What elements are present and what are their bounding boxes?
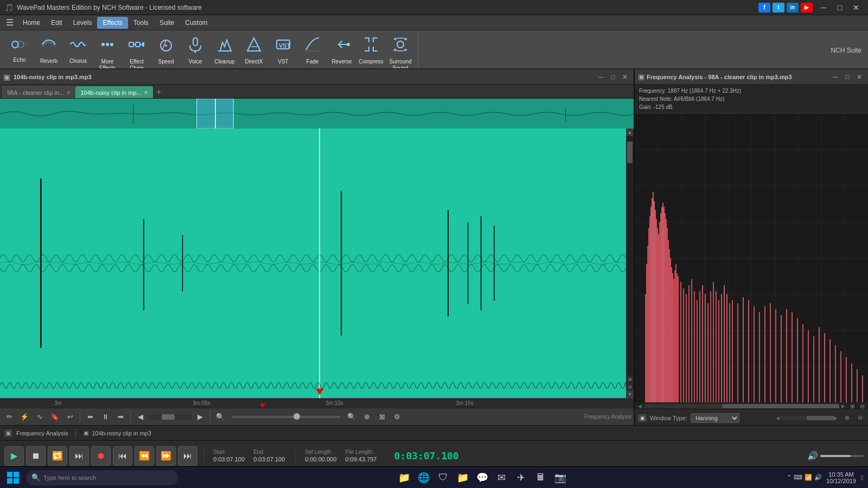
panel-minimize-button[interactable]: ─ xyxy=(596,72,607,82)
scroll-track[interactable] xyxy=(626,136,634,375)
freq-bottom-track[interactable] xyxy=(780,416,834,420)
directx-button[interactable]: DirectX xyxy=(240,34,268,67)
menu-levels[interactable]: Levels xyxy=(68,17,98,29)
chorus-button[interactable]: Chorus xyxy=(64,34,92,67)
taskbar-folder[interactable]: 📁 xyxy=(454,469,471,486)
freq-bottom-zoom-out[interactable]: ⊖ xyxy=(855,414,865,422)
speed-button[interactable]: Speed xyxy=(152,34,180,67)
taskbar-security[interactable]: 🛡 xyxy=(435,469,452,486)
tab-cleaner-clip-close[interactable]: ✕ xyxy=(66,89,71,95)
window-controls[interactable]: ─ □ ✕ xyxy=(816,0,864,15)
scroll-handle[interactable] xyxy=(627,142,633,163)
more-effects-button[interactable]: MoreEffects xyxy=(93,34,122,67)
scroll-left-tool[interactable]: ◀ xyxy=(133,410,148,423)
taskbar-photos[interactable]: 📷 xyxy=(552,469,569,486)
freq-bottom-thumb[interactable] xyxy=(807,416,834,420)
waveform-main[interactable]: // Generated by template script below xyxy=(0,129,626,398)
vst-button[interactable]: VST VST xyxy=(269,34,297,67)
taskbar-network[interactable]: ✈ xyxy=(513,469,530,486)
freq-zoom-out[interactable]: ⊖ xyxy=(857,402,867,410)
window-type-select[interactable]: Hanning Hamming Blackman Rectangular xyxy=(691,413,739,423)
taskbar-search-bar[interactable]: 🔍 Type here to search xyxy=(26,470,178,485)
freq-indicator[interactable]: ▣ xyxy=(638,414,647,422)
cleanup-button[interactable]: Cleanup xyxy=(210,34,239,67)
echo-button[interactable]: Echo xyxy=(5,34,34,67)
zoom-in-plus[interactable]: ⊕ xyxy=(360,410,374,423)
play-button[interactable]: ▶ xyxy=(4,446,24,466)
close-button[interactable]: ✕ xyxy=(848,0,864,15)
volume-slider[interactable] xyxy=(820,455,864,457)
freq-scroll-right-arrow[interactable]: ▶ xyxy=(839,403,847,409)
taskbar-messenger[interactable]: 💬 xyxy=(474,469,491,486)
undo-tool[interactable]: ↩ xyxy=(63,410,77,423)
freq-bottom-scroll-left[interactable]: ◀ xyxy=(776,415,780,421)
zoom-out-tool[interactable]: 🔍 xyxy=(213,410,227,423)
taskbar-mail[interactable]: ✉ xyxy=(493,469,510,486)
menu-home[interactable]: Home xyxy=(17,17,46,29)
tab-cleaner-clip[interactable]: 98A - cleaner clip in... ✕ xyxy=(2,86,75,98)
taskbar-file-explorer[interactable]: 📁 xyxy=(395,469,413,486)
facebook-icon[interactable]: f xyxy=(758,3,770,12)
taskbar-calculator[interactable]: 🖩 xyxy=(532,469,550,486)
zero-cross-tool[interactable]: ∿ xyxy=(33,410,47,423)
waveform-scrollbar-vertical[interactable]: ▲ ⊕ ⊖ ▼ xyxy=(626,129,634,398)
rewind-button[interactable]: ⏪ xyxy=(135,446,154,466)
taskbar-chrome[interactable]: 🌐 xyxy=(415,469,432,486)
linkedin-icon[interactable]: in xyxy=(787,3,799,12)
scroll-down-arrow[interactable]: ▼ xyxy=(626,390,634,398)
reverb-button[interactable]: Reverb xyxy=(35,34,63,67)
skip-to-end-button[interactable]: ⏭ xyxy=(69,446,89,466)
effect-chain-button[interactable]: EffectChain xyxy=(123,34,151,67)
volume-icon[interactable]: 🔊 xyxy=(807,451,818,461)
zoom-slider-thumb[interactable] xyxy=(293,413,300,420)
pencil-tool[interactable]: ✏ xyxy=(2,410,16,423)
panel-maximize-button[interactable]: □ xyxy=(608,72,618,82)
tab-noisy-clip-close[interactable]: ✕ xyxy=(144,89,148,95)
compress-button[interactable]: Compress xyxy=(357,34,385,67)
zoom-settings[interactable]: ⚙ xyxy=(390,410,404,423)
horizontal-scroll-thumb[interactable] xyxy=(162,414,175,420)
freq-maximize-button[interactable]: □ xyxy=(842,72,853,82)
loop-button[interactable]: 🔁 xyxy=(48,446,67,466)
freq-close-button[interactable]: ✕ xyxy=(854,72,865,82)
stop-button[interactable]: ⏹ xyxy=(26,446,46,466)
zoom-slider[interactable] xyxy=(232,416,340,418)
scroll-up-arrow[interactable]: ▲ xyxy=(626,129,634,136)
selection-tool[interactable]: ⚡ xyxy=(17,410,31,423)
start-button[interactable] xyxy=(4,469,22,486)
freq-scroll-track[interactable] xyxy=(644,404,839,408)
freq-scroll-left-arrow[interactable]: ◀ xyxy=(636,403,644,409)
twitter-icon[interactable]: t xyxy=(773,3,784,12)
voice-button[interactable]: Voice xyxy=(181,34,209,67)
zoom-fit[interactable]: ⊠ xyxy=(375,410,389,423)
menu-custom[interactable]: Custom xyxy=(180,17,213,29)
fast-forward-button[interactable]: ⏩ xyxy=(156,446,176,466)
prev-button[interactable]: ⏮ xyxy=(113,446,132,466)
zoom-in-side[interactable]: ⊕ xyxy=(627,376,633,382)
youtube-icon[interactable]: ▶ xyxy=(801,3,813,12)
reverse-button[interactable]: Reverse xyxy=(328,34,356,67)
freq-zoom-in[interactable]: ⊕ xyxy=(847,402,857,410)
next-button[interactable]: ⏭ xyxy=(178,446,197,466)
surround-sound-button[interactable]: SurroundSound xyxy=(386,34,414,67)
system-clock[interactable]: 10:35 AM 10/12/2019 xyxy=(826,471,856,484)
tray-chevron[interactable]: ⌃ xyxy=(787,474,792,481)
align-left-tool[interactable]: ⬅ xyxy=(83,410,97,423)
freq-bottom-zoom-in[interactable]: ⊕ xyxy=(842,414,852,422)
horizontal-scroll-bar[interactable] xyxy=(149,414,192,420)
menu-suite[interactable]: Suite xyxy=(154,17,180,29)
freq-scroll-bar[interactable]: ◀ ▶ ⊕ ⊖ xyxy=(635,402,868,410)
fade-button[interactable]: Fade xyxy=(298,34,327,67)
scroll-right-tool[interactable]: ▶ xyxy=(193,410,207,423)
freq-bottom-scroll[interactable]: ◀ ▶ xyxy=(775,415,839,421)
zoom-out-side[interactable]: ⊖ xyxy=(627,384,633,389)
zoom-in-tool[interactable]: 🔍 xyxy=(344,410,359,423)
menu-edit[interactable]: Edit xyxy=(46,17,68,29)
add-tab-button[interactable]: + xyxy=(153,86,165,98)
menu-tools[interactable]: Tools xyxy=(128,17,154,29)
tray-network[interactable]: 📶 xyxy=(805,474,812,481)
freq-scroll-thumb[interactable] xyxy=(722,404,839,408)
record-button[interactable]: ⏺ xyxy=(91,446,111,466)
align-right-tool[interactable]: ➡ xyxy=(113,410,127,423)
maximize-button[interactable]: □ xyxy=(832,0,847,15)
